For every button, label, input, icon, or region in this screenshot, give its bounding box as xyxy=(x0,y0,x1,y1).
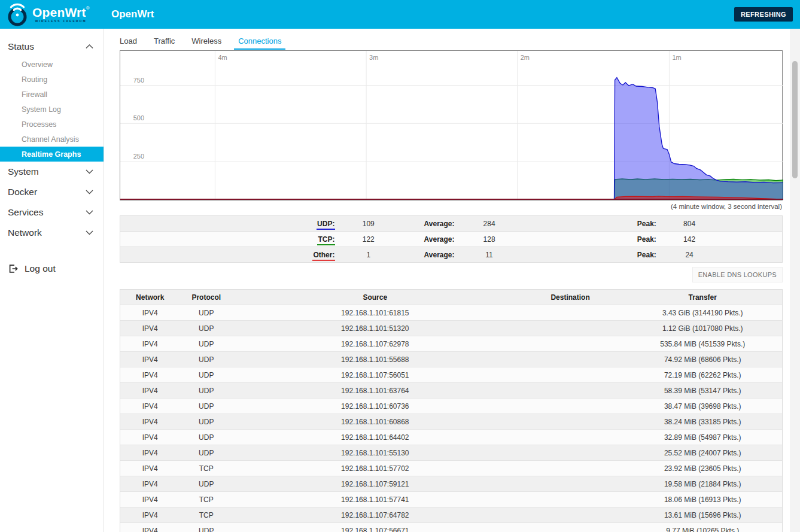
openwrt-logo-icon xyxy=(5,2,30,27)
sidebar-item-services[interactable]: Services xyxy=(0,202,104,223)
cell-transfer: 38.47 MiB (39698 Pkts.) xyxy=(623,402,782,411)
stat-peak: 24 xyxy=(656,251,723,259)
refreshing-button[interactable]: REFRESHING xyxy=(734,7,793,22)
svg-text:250: 250 xyxy=(133,153,144,160)
sidebar-subitem-overview[interactable]: Overview xyxy=(0,57,104,72)
cell-transfer: 535.84 MiB (451539 Pkts.) xyxy=(623,340,782,348)
stat-peak: 804 xyxy=(656,220,723,228)
chevron-down-icon xyxy=(86,190,93,194)
sidebar: StatusOverviewRoutingFirewallSystem LogP… xyxy=(0,29,104,532)
cell-source: 192.168.1.101:57741 xyxy=(233,495,518,504)
sidebar-item-label: Network xyxy=(8,227,42,238)
cell-source: 192.168.1.107:56671 xyxy=(233,527,518,532)
cell-protocol: TCP xyxy=(180,511,233,519)
sidebar-subitem-processes[interactable]: Processes xyxy=(0,117,104,132)
svg-text:4m: 4m xyxy=(218,54,227,61)
scrollbar-thumb[interactable] xyxy=(792,61,798,178)
sidebar-subitem-firewall[interactable]: Firewall xyxy=(0,87,104,102)
vertical-scrollbar[interactable] xyxy=(790,29,800,532)
stat-peak: 142 xyxy=(656,235,723,244)
tab-load[interactable]: Load xyxy=(115,34,141,50)
sidebar-item-network[interactable]: Network xyxy=(0,223,104,243)
cell-network: IPV4 xyxy=(120,324,180,333)
sidebar-item-label: Status xyxy=(8,41,34,52)
sidebar-subitem-realtime-graphs[interactable]: Realtime Graphs xyxy=(0,147,104,162)
cell-protocol: UDP xyxy=(180,433,233,442)
tab-connections[interactable]: Connections xyxy=(234,34,285,50)
cell-protocol: UDP xyxy=(180,418,233,426)
logout-icon xyxy=(8,263,19,274)
stat-peak-label: Peak: xyxy=(524,251,656,259)
cell-source: 192.168.1.107:56051 xyxy=(233,371,518,379)
table-row: IPV4UDP192.168.1.107:566719.77 MiB (1026… xyxy=(120,523,782,532)
cell-source: 192.168.1.101:64402 xyxy=(233,433,518,442)
cell-network: IPV4 xyxy=(120,387,180,395)
table-row: IPV4TCP192.168.1.101:5774118.06 MiB (169… xyxy=(120,492,782,507)
main-content: LoadTrafficWirelessConnections 250500750… xyxy=(105,29,790,532)
cell-network: IPV4 xyxy=(120,433,180,442)
table-row: IPV4UDP192.168.1.101:6440232.89 MiB (549… xyxy=(120,430,782,445)
cell-protocol: UDP xyxy=(180,387,233,395)
table-row: IPV4TCP192.168.1.101:5770223.92 MiB (236… xyxy=(120,461,782,476)
cell-network: IPV4 xyxy=(120,402,180,411)
sidebar-item-docker[interactable]: Docker xyxy=(0,182,104,202)
table-header-row: NetworkProtocolSourceDestinationTransfer xyxy=(120,290,782,305)
stat-average: 11 xyxy=(455,251,524,259)
cell-transfer: 18.06 MiB (16913 Pkts.) xyxy=(623,495,782,504)
tab-wireless[interactable]: Wireless xyxy=(187,34,226,50)
sidebar-subitem-system-log[interactable]: System Log xyxy=(0,102,104,117)
brand-tagline: WIRELESS FREEDOM xyxy=(32,20,90,23)
cell-protocol: UDP xyxy=(180,309,233,317)
cell-source: 192.168.1.101:61815 xyxy=(233,309,518,317)
chevron-down-icon xyxy=(86,169,93,174)
stat-average: 284 xyxy=(455,220,524,228)
cell-protocol: UDP xyxy=(180,480,233,488)
stats-table: UDP: 109 Average: 284 Peak: 804 TCP: 122… xyxy=(120,215,783,263)
stat-average-label: Average: xyxy=(401,251,454,259)
realtime-area-chart: 2505007504m3m2m1m xyxy=(120,51,783,200)
cell-transfer: 1.12 GiB (1017080 Pkts.) xyxy=(623,324,782,333)
chevron-down-icon xyxy=(86,230,93,235)
dns-row: ENABLE DNS LOOKUPS xyxy=(120,267,783,282)
table-row: IPV4UDP192.168.1.107:5912119.58 MiB (218… xyxy=(120,476,782,492)
cell-protocol: TCP xyxy=(180,495,233,504)
column-header-network: Network xyxy=(120,293,180,302)
sidebar-subitem-channel-analysis[interactable]: Channel Analysis xyxy=(0,132,104,147)
legend-tcp-: TCP: xyxy=(317,235,335,245)
column-header-protocol: Protocol xyxy=(180,293,233,302)
legend-udp-: UDP: xyxy=(317,220,335,230)
cell-network: IPV4 xyxy=(120,480,180,488)
cell-transfer: 9.77 MiB (10265 Pkts.) xyxy=(623,527,782,532)
cell-network: IPV4 xyxy=(120,418,180,426)
stat-current: 1 xyxy=(335,251,401,259)
chart-caption: (4 minute window, 3 second interval) xyxy=(120,203,782,210)
connections-chart: 2505007504m3m2m1m xyxy=(120,50,783,200)
column-header-destination: Destination xyxy=(518,293,623,302)
sidebar-item-system[interactable]: System xyxy=(0,162,104,182)
stat-row-tcp-: TCP: 122 Average: 128 Peak: 142 xyxy=(120,232,782,247)
tab-traffic[interactable]: Traffic xyxy=(150,34,179,50)
cell-source: 192.168.1.101:55688 xyxy=(233,355,518,364)
sidebar-item-status[interactable]: Status xyxy=(0,37,104,57)
cell-transfer: 72.19 MiB (62262 Pkts.) xyxy=(623,371,782,379)
table-row: IPV4UDP192.168.1.107:62978535.84 MiB (45… xyxy=(120,336,782,352)
sidebar-subitem-routing[interactable]: Routing xyxy=(0,72,104,87)
cell-source: 192.168.1.107:59121 xyxy=(233,480,518,488)
stat-average: 128 xyxy=(455,235,524,244)
logout-button[interactable]: Log out xyxy=(0,257,104,280)
chevron-down-icon xyxy=(86,210,93,215)
cell-source: 192.168.1.107:64782 xyxy=(233,511,518,519)
cell-source: 192.168.1.101:63764 xyxy=(233,387,518,395)
stat-average-label: Average: xyxy=(401,235,454,244)
connections-table: NetworkProtocolSourceDestinationTransfer… xyxy=(120,289,783,532)
cell-network: IPV4 xyxy=(120,449,180,457)
legend-other-: Other: xyxy=(312,251,335,261)
table-row: IPV4UDP192.168.1.101:5568874.92 MiB (686… xyxy=(120,352,782,367)
svg-text:2m: 2m xyxy=(521,54,530,61)
brand-logo: OpenWrt® WIRELESS FREEDOM xyxy=(0,2,104,27)
stat-current: 122 xyxy=(335,235,401,244)
sidebar-item-label: Services xyxy=(8,207,43,218)
cell-protocol: UDP xyxy=(180,324,233,333)
enable-dns-lookups-button[interactable]: ENABLE DNS LOOKUPS xyxy=(692,267,783,282)
cell-transfer: 58.39 MiB (53147 Pkts.) xyxy=(623,387,782,395)
